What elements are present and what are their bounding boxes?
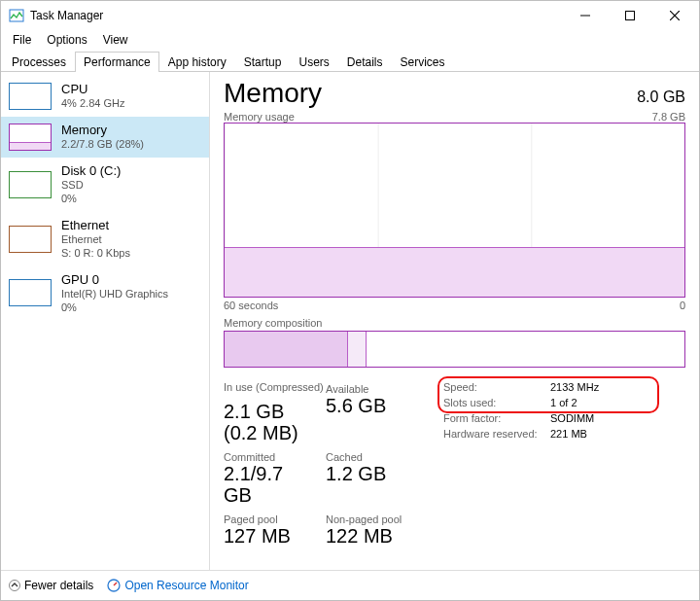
menu-file[interactable]: File: [5, 31, 39, 49]
speed-label: Speed:: [443, 381, 550, 393]
hw-label: Hardware reserved:: [443, 428, 550, 440]
menubar: File Options View: [1, 30, 699, 50]
app-icon: [9, 8, 24, 23]
cpu-thumb-icon: [9, 83, 52, 110]
tab-performance[interactable]: Performance: [75, 52, 159, 72]
sidebar-cpu-name: CPU: [61, 82, 124, 97]
open-resource-monitor-link[interactable]: Open Resource Monitor: [124, 579, 248, 592]
menu-view[interactable]: View: [95, 31, 136, 49]
sidebar-item-gpu[interactable]: GPU 0 Intel(R) UHD Graphics 0%: [1, 266, 209, 321]
fewer-details-button[interactable]: Fewer details: [9, 579, 93, 592]
main-panel: Memory 8.0 GB Memory usage 7.8 GB 60 sec…: [210, 72, 699, 570]
sidebar-item-cpu[interactable]: CPU 4% 2.84 GHz: [1, 76, 209, 117]
svg-point-5: [10, 581, 20, 591]
sidebar-disk-sub: SSD: [61, 179, 121, 193]
axis-right: 0: [680, 300, 685, 311]
menu-options[interactable]: Options: [39, 31, 94, 49]
paged-value: 127 MB: [224, 525, 316, 547]
sidebar-eth-name: Ethernet: [61, 218, 130, 233]
task-manager-window: Task Manager File Options View Processes…: [0, 0, 700, 601]
tabbar: Processes Performance App history Startu…: [1, 50, 699, 72]
speed-value: 2133 MHz: [550, 381, 685, 393]
sidebar-memory-name: Memory: [61, 123, 144, 138]
memory-composition-chart[interactable]: [224, 331, 685, 368]
sidebar-item-memory[interactable]: Memory 2.2/7.8 GB (28%): [1, 117, 209, 158]
sidebar-gpu-sub: Intel(R) UHD Graphics: [61, 288, 168, 301]
tab-details[interactable]: Details: [338, 52, 392, 72]
tab-apphistory[interactable]: App history: [159, 52, 235, 72]
hw-value: 221 MB: [550, 428, 685, 440]
tab-users[interactable]: Users: [290, 52, 337, 72]
cached-value: 1.2 GB: [326, 463, 418, 484]
sidebar-item-ethernet[interactable]: Ethernet Ethernet S: 0 R: 0 Kbps: [1, 212, 209, 266]
header-row: Memory 8.0 GB: [224, 78, 685, 109]
axis-left: 60 seconds: [224, 300, 278, 311]
avail-label: Available: [326, 383, 418, 395]
stats-right: Speed: 2133 MHz Slots used: 1 of 2 Form …: [443, 381, 685, 550]
usage-fill: [225, 247, 684, 297]
spec-table: Speed: 2133 MHz Slots used: 1 of 2 Form …: [443, 381, 685, 440]
usage-chart-axis: 60 seconds 0: [224, 300, 685, 311]
usage-label: Memory usage: [224, 111, 295, 123]
sidebar-memory-sub: 2.2/7.8 GB (28%): [61, 138, 144, 152]
avail-value: 5.6 GB: [326, 395, 418, 416]
open-resource-monitor-button[interactable]: Open Resource Monitor: [107, 579, 248, 592]
committed-value: 2.1/9.7 GB: [224, 463, 316, 506]
usage-max: 7.8 GB: [652, 111, 685, 123]
gpu-thumb-icon: [9, 279, 52, 306]
sidebar-item-disk[interactable]: Disk 0 (C:) SSD 0%: [1, 158, 209, 212]
svg-rect-2: [626, 12, 635, 20]
composition-seg-in-use: [225, 332, 348, 367]
minimize-button[interactable]: [563, 1, 608, 30]
slots-value: 1 of 2: [550, 397, 685, 408]
form-value: SODIMM: [550, 412, 685, 424]
sidebar-eth-sub2: S: 0 R: 0 Kbps: [61, 247, 130, 261]
composition-label: Memory composition: [224, 317, 685, 329]
close-button[interactable]: [652, 1, 697, 30]
footer: Fewer details Open Resource Monitor: [1, 570, 699, 600]
tab-services[interactable]: Services: [392, 52, 454, 72]
memory-total: 8.0 GB: [637, 88, 685, 106]
usage-chart-header: Memory usage 7.8 GB: [224, 111, 685, 123]
sidebar-gpu-name: GPU 0: [61, 272, 168, 288]
content: CPU 4% 2.84 GHz Memory 2.2/7.8 GB (28%) …: [1, 72, 699, 570]
paged-label: Paged pool: [224, 513, 316, 525]
chevron-up-icon: [9, 580, 20, 591]
svg-line-7: [114, 583, 117, 585]
stats: In use (Compressed) 2.1 GB (0.2 MB) Avai…: [224, 381, 685, 550]
composition-seg-standby: [367, 332, 684, 367]
cached-label: Cached: [326, 451, 418, 463]
memory-thumb-icon: [9, 124, 52, 151]
titlebar: Task Manager: [1, 1, 699, 30]
sidebar-cpu-sub: 4% 2.84 GHz: [61, 97, 124, 111]
tab-startup[interactable]: Startup: [235, 52, 291, 72]
stats-left: In use (Compressed) 2.1 GB (0.2 MB) Avai…: [224, 381, 418, 550]
committed-label: Committed: [224, 451, 316, 463]
sidebar-eth-sub: Ethernet: [61, 233, 130, 247]
tab-processes[interactable]: Processes: [3, 52, 75, 72]
sidebar: CPU 4% 2.84 GHz Memory 2.2/7.8 GB (28%) …: [1, 72, 210, 570]
form-label: Form factor:: [443, 412, 550, 424]
fewer-details-label: Fewer details: [24, 579, 93, 592]
nonpaged-value: 122 MB: [326, 525, 418, 547]
sidebar-disk-name: Disk 0 (C:): [61, 163, 121, 179]
window-title: Task Manager: [30, 9, 103, 22]
inuse-value: 2.1 GB (0.2 MB): [224, 401, 316, 443]
maximize-button[interactable]: [608, 1, 652, 30]
disk-thumb-icon: [9, 171, 52, 198]
sidebar-gpu-sub2: 0%: [61, 301, 168, 315]
nonpaged-label: Non-paged pool: [326, 513, 418, 525]
composition-seg-modified: [348, 332, 366, 367]
resource-monitor-icon: [107, 579, 121, 592]
memory-usage-chart[interactable]: [224, 123, 685, 298]
sidebar-disk-sub2: 0%: [61, 193, 121, 206]
page-title: Memory: [224, 78, 322, 109]
slots-label: Slots used:: [443, 397, 550, 408]
ethernet-thumb-icon: [9, 226, 52, 253]
